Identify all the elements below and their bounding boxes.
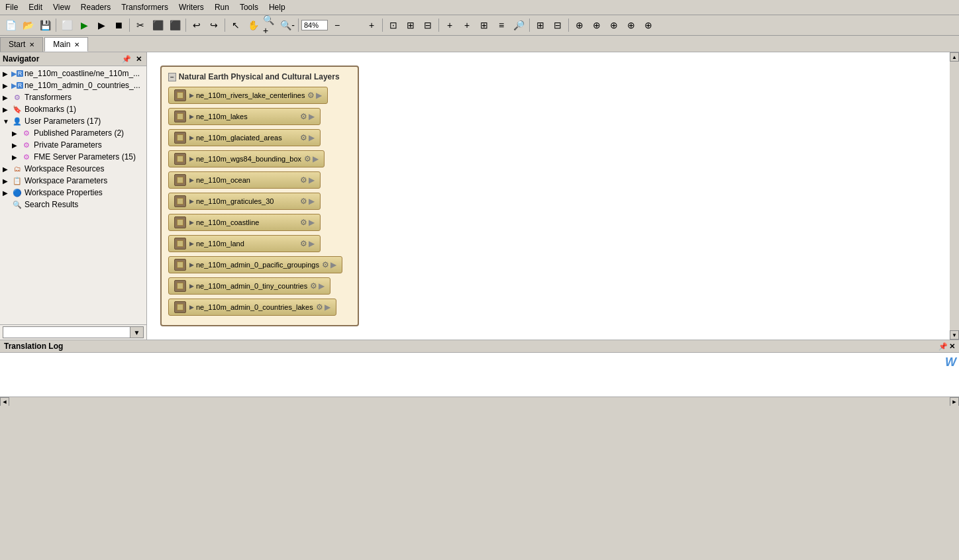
menu-item-transformers[interactable]: Transformers [116,1,174,13]
bookmark-collapse-icon[interactable]: − [168,73,176,81]
server-icon[interactable]: ⊕ [640,17,656,33]
menu-item-view[interactable]: View [48,1,76,13]
vscroll-down-button[interactable]: ▼ [950,330,959,340]
zoom-plus[interactable]: + [364,17,379,33]
zoom-level-input[interactable] [301,20,328,30]
nav-arrow-ws-params[interactable]: ▶ [3,177,12,185]
nav-item-ws-resources[interactable]: ▶🗂Workspace Resources [0,163,146,175]
nav-item-bookmarks[interactable]: ▶🔖Bookmarks (1) [0,103,146,115]
feature-type-gear-5[interactable]: ⚙ [300,197,307,206]
feature-type-gear-3[interactable]: ⚙ [304,154,311,163]
nav-arrow-published-params[interactable]: ▶ [12,130,21,137]
fit-bm-button[interactable]: ⊟ [420,17,436,33]
translation-log-pin-button[interactable]: 📌 [938,342,948,351]
menu-item-writers[interactable]: Writers [174,1,209,13]
menu-item-edit[interactable]: Edit [23,1,48,13]
feature-type-box-7[interactable]: ▶ ne_110m_land ⚙ ▶ [168,235,321,252]
tab-main[interactable]: Main✕ [44,37,88,52]
run-sel-button[interactable]: ▶ [93,17,109,33]
reader-icon[interactable]: ⊕ [606,17,622,33]
copy-button[interactable]: ⬛ [150,17,166,33]
tile-h[interactable]: ⊞ [532,17,548,33]
nav-item-private-params[interactable]: ▶⚙Private Parameters [0,139,146,151]
tab-close-start[interactable]: ✕ [29,41,34,48]
feature-type-box-5[interactable]: ▶ ne_110m_graticules_30 ⚙ ▶ [168,193,321,210]
feature-type-gear-4[interactable]: ⚙ [300,175,307,185]
fit-sel-button[interactable]: ⊞ [403,17,419,33]
feature-type-gear-10[interactable]: ⚙ [316,303,323,312]
menu-item-file[interactable]: File [0,1,23,13]
inspect-button[interactable]: 🔎 [511,17,527,33]
feature-type-gear-0[interactable]: ⚙ [307,91,315,100]
menu-item-help[interactable]: Help [264,1,291,13]
main-canvas[interactable]: − Natural Earth Physical and Cultural La… [147,52,950,340]
menu-item-run[interactable]: Run [209,1,234,13]
nav-arrow-bookmarks[interactable]: ▶ [3,106,12,113]
menu-item-tools[interactable]: Tools [234,1,264,13]
feature-type-box-2[interactable]: ▶ ne_110m_glaciated_areas ⚙ ▶ [168,129,321,146]
conn-icon[interactable]: ⊕ [623,17,639,33]
tab-close-main[interactable]: ✕ [74,41,79,48]
zoom-minus[interactable]: − [329,17,345,33]
add-reader[interactable]: + [442,17,458,33]
nav-item-search-results[interactable]: 🔍Search Results [0,199,146,210]
feature-type-gear-2[interactable]: ⚙ [300,133,307,142]
stop-button[interactable]: ⏹ [111,17,126,33]
feature-type-gear-7[interactable]: ⚙ [300,239,307,248]
run-partial-back[interactable]: ⬜ [59,17,75,33]
select-tool[interactable]: ↖ [228,17,244,33]
menu-item-readers[interactable]: Readers [76,1,116,13]
nav-item-ws-params[interactable]: ▶📋Workspace Parameters [0,175,146,187]
writer-icon[interactable]: ⊕ [589,17,605,33]
vscroll-track[interactable] [950,62,959,330]
nav-arrow-transformers[interactable]: ▶ [3,94,12,101]
nav-item-transformers[interactable]: ▶⚙Transformers [0,91,146,103]
nav-item-reader2[interactable]: ▶▶Rne_110m_admin_0_countries_... [0,79,146,91]
navigator-pin-button[interactable]: 📌 [121,54,132,64]
feature-type-box-0[interactable]: ▶ ne_110m_rivers_lake_centerlines ⚙ ▶ [168,87,328,104]
nav-item-user-params[interactable]: ▼👤User Parameters (17) [0,115,146,127]
translation-log-close-button[interactable]: ✕ [949,342,955,351]
feature-type-box-9[interactable]: ▶ ne_110m_admin_0_tiny_countries ⚙ ▶ [168,277,330,295]
redo-button[interactable]: ↪ [206,17,222,33]
feature-type-gear-1[interactable]: ⚙ [300,112,307,121]
nav-item-ws-props[interactable]: ▶🔵Workspace Properties [0,187,146,199]
feature-type-box-6[interactable]: ▶ ne_110m_coastline ⚙ ▶ [168,214,321,231]
undo-button[interactable]: ↩ [189,17,205,33]
hscroll-right-button[interactable]: ► [950,397,959,406]
feature-type-box-1[interactable]: ▶ ne_110m_lakes ⚙ ▶ [168,108,321,125]
navigator-search-dropdown[interactable]: ▼ [130,326,144,338]
navigator-close-button[interactable]: ✕ [133,54,144,64]
add-bm[interactable]: ⊞ [476,17,492,33]
tab-start[interactable]: Start✕ [0,37,43,52]
nav-arrow-user-params[interactable]: ▼ [3,118,12,125]
save-button[interactable]: 💾 [37,17,53,33]
nav-arrow-ws-resources[interactable]: ▶ [3,165,12,173]
add-writer[interactable]: + [459,17,475,33]
param-icon[interactable]: ⊕ [572,17,587,33]
feature-type-box-10[interactable]: ▶ ne_110m_admin_0_countries_lakes ⚙ ▶ [168,299,336,316]
new-button[interactable]: 📄 [3,17,19,33]
nav-arrow-fme-server-params[interactable]: ▶ [12,154,21,161]
run-button[interactable]: ▶ [76,17,92,33]
feature-type-box-3[interactable]: ▶ ne_110m_wgs84_bounding_box ⚙ ▶ [168,150,325,167]
zoom-bar[interactable] [346,17,362,33]
feature-type-box-8[interactable]: ▶ ne_110m_admin_0_pacific_groupings ⚙ ▶ [168,256,342,273]
tile-v[interactable]: ⊟ [550,17,566,33]
feature-type-gear-9[interactable]: ⚙ [310,281,317,291]
zoom-out-tool[interactable]: 🔍- [279,17,295,33]
nav-arrow-ws-props[interactable]: ▶ [3,189,12,197]
zoom-in-tool[interactable]: 🔍+ [262,17,278,33]
fit-all-button[interactable]: ⊡ [385,17,401,33]
nav-arrow-private-params[interactable]: ▶ [12,142,21,149]
pan-tool[interactable]: ✋ [245,17,261,33]
nav-item-fme-server-params[interactable]: ▶⚙FME Server Parameters (15) [0,151,146,163]
cut-button[interactable]: ✂ [132,17,148,33]
vscroll-up-button[interactable]: ▲ [950,52,959,62]
nav-item-published-params[interactable]: ▶⚙Published Parameters (2) [0,127,146,139]
feature-type-box-4[interactable]: ▶ ne_110m_ocean ⚙ ▶ [168,171,321,189]
open-button[interactable]: 📂 [20,17,36,33]
feature-type-gear-8[interactable]: ⚙ [322,260,329,269]
paste-button[interactable]: ⬛ [167,17,183,33]
navigator-search-input[interactable] [3,326,130,338]
